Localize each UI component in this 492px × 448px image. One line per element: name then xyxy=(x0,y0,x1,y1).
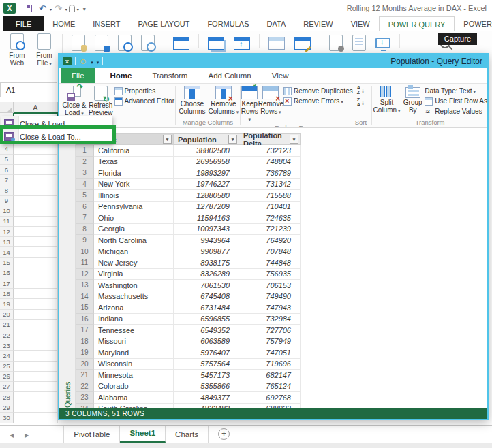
cell-a16[interactable] xyxy=(14,268,58,278)
cell-a6[interactable] xyxy=(14,165,58,175)
cell-population[interactable]: 7061530 xyxy=(174,280,239,291)
undo-button[interactable] xyxy=(39,4,46,13)
cell-population-delta[interactable]: 756935 xyxy=(239,269,301,281)
cell-population-delta[interactable]: 765124 xyxy=(239,381,301,393)
options-button[interactable] xyxy=(329,35,343,51)
cell-a18[interactable] xyxy=(14,289,58,299)
row-number[interactable]: 6 xyxy=(76,202,94,213)
send-smile-icon[interactable] xyxy=(79,57,87,65)
from-azure-button[interactable] xyxy=(95,35,108,51)
cell-population-delta[interactable]: 682147 xyxy=(239,370,301,381)
row-header-17[interactable]: 17 xyxy=(0,278,14,289)
row-header-8[interactable]: 8 xyxy=(0,185,14,195)
row-header-27[interactable]: 27 xyxy=(0,382,14,392)
row-number[interactable]: 18 xyxy=(76,336,94,348)
ribbon-tab-formulas[interactable]: FORMULAS xyxy=(198,16,258,31)
cell-a14[interactable] xyxy=(14,247,58,257)
row-header-30[interactable]: 30 xyxy=(0,413,14,423)
row-number[interactable]: 22 xyxy=(76,381,94,393)
touch-mode-icon[interactable] xyxy=(69,5,75,12)
qe-tab-file[interactable]: File xyxy=(61,68,95,83)
cell-population-delta[interactable]: 707848 xyxy=(239,246,301,258)
cell-a13[interactable] xyxy=(14,237,58,247)
cell-state[interactable]: Illinois xyxy=(94,190,174,202)
smile-caret-icon[interactable] xyxy=(91,57,93,65)
cell-a12[interactable] xyxy=(14,227,58,237)
cell-population[interactable]: 38802500 xyxy=(174,145,239,157)
row-header-26[interactable]: 26 xyxy=(0,372,14,382)
cell-population-delta[interactable]: 692768 xyxy=(239,392,301,404)
cell-a23[interactable] xyxy=(14,340,58,351)
new-sheet-button[interactable] xyxy=(218,428,230,440)
from-table-button[interactable] xyxy=(173,35,189,50)
row-header-18[interactable]: 18 xyxy=(0,289,14,299)
cell-a26[interactable] xyxy=(14,372,58,382)
cell-state[interactable]: New Jersey xyxy=(94,257,174,269)
ribbon-tab-review[interactable]: REVIEW xyxy=(294,16,341,31)
cell-population-delta[interactable]: 732984 xyxy=(239,314,301,325)
cell-a30[interactable] xyxy=(14,413,58,423)
cell-population[interactable]: 5976407 xyxy=(174,347,239,359)
qe-tab-add-column[interactable]: Add Column xyxy=(198,68,261,83)
cell-a8[interactable] xyxy=(14,185,58,195)
cell-state[interactable]: Tennessee xyxy=(94,325,174,336)
cell-population[interactable]: 6745408 xyxy=(174,291,239,303)
row-header-24[interactable]: 24 xyxy=(0,351,14,361)
cell-population-delta[interactable]: 757949 xyxy=(239,336,301,348)
keep-rows-button[interactable]: Keep Rows xyxy=(241,85,258,124)
group-by-button[interactable]: Group By xyxy=(401,85,425,114)
row-number[interactable]: 9 xyxy=(76,235,94,246)
row-header-10[interactable]: 10 xyxy=(0,206,14,217)
undo-caret-icon[interactable] xyxy=(49,4,52,12)
filter-button[interactable] xyxy=(228,135,237,144)
cell-state[interactable]: Michigan xyxy=(94,246,174,258)
row-number[interactable]: 19 xyxy=(76,347,94,359)
cell-a17[interactable] xyxy=(14,278,58,289)
menu-item-close-load[interactable]: Close & Load xyxy=(1,117,112,130)
cell-population[interactable]: 4849377 xyxy=(174,392,239,404)
row-header-22[interactable]: 22 xyxy=(0,330,14,340)
cell-state[interactable]: Alabama xyxy=(94,392,174,404)
redo-caret-icon[interactable] xyxy=(65,4,67,12)
cell-a20[interactable] xyxy=(14,310,58,320)
filter-button[interactable] xyxy=(163,135,172,144)
cell-a22[interactable] xyxy=(14,330,58,340)
row-number[interactable]: 16 xyxy=(76,314,94,325)
recent-sources-button[interactable] xyxy=(141,35,155,51)
remove-columns-button[interactable]: Remove Columns xyxy=(208,85,239,116)
cell-a29[interactable] xyxy=(14,402,58,413)
ribbon-tab-powerpivot[interactable]: POWERPIVOT xyxy=(455,16,492,31)
queries-pane[interactable]: Queries xyxy=(59,128,76,408)
cell-state[interactable]: Indiana xyxy=(94,314,174,325)
row-header-19[interactable]: 19 xyxy=(0,299,14,309)
sort-descending-button[interactable]: ZA xyxy=(357,97,365,107)
cell-population[interactable]: 19746227 xyxy=(174,179,239,191)
cell-population-delta[interactable]: 749490 xyxy=(239,291,301,303)
row-number[interactable]: 1 xyxy=(76,145,94,157)
cell-population[interactable]: 19893297 xyxy=(174,167,239,179)
cell-a9[interactable] xyxy=(14,196,58,206)
properties-button[interactable]: Properties xyxy=(114,86,174,96)
cell-population-delta[interactable]: 764920 xyxy=(239,235,301,246)
update-button[interactable] xyxy=(375,35,390,48)
cell-population[interactable]: 8938175 xyxy=(174,257,239,269)
cell-state[interactable]: Maryland xyxy=(94,347,174,359)
sheet-tab-pivottable[interactable]: PivotTable xyxy=(64,426,120,443)
cell-population-delta[interactable]: 732123 xyxy=(239,145,301,157)
next-sheet-icon[interactable] xyxy=(25,430,29,438)
row-number[interactable]: 12 xyxy=(76,269,94,281)
qat-customize-button[interactable] xyxy=(79,4,86,12)
cell-population[interactable]: 6063589 xyxy=(174,336,239,348)
cell-population[interactable]: 6731484 xyxy=(174,302,239,314)
cell-population[interactable]: 12880580 xyxy=(174,190,239,202)
cell-population[interactable]: 5457173 xyxy=(174,370,239,381)
row-header-16[interactable]: 16 xyxy=(0,268,14,278)
remove-rows-button[interactable]: Remove Rows xyxy=(258,85,283,116)
row-number[interactable]: 11 xyxy=(76,257,94,269)
qe-tab-home[interactable]: Home xyxy=(100,68,142,83)
row-header-9[interactable]: 9 xyxy=(0,196,14,206)
redo-button[interactable] xyxy=(55,4,62,13)
qe-tab-view[interactable]: View xyxy=(262,68,299,83)
row-number[interactable]: 17 xyxy=(76,325,94,336)
cell-population-delta[interactable]: 748804 xyxy=(239,157,301,168)
